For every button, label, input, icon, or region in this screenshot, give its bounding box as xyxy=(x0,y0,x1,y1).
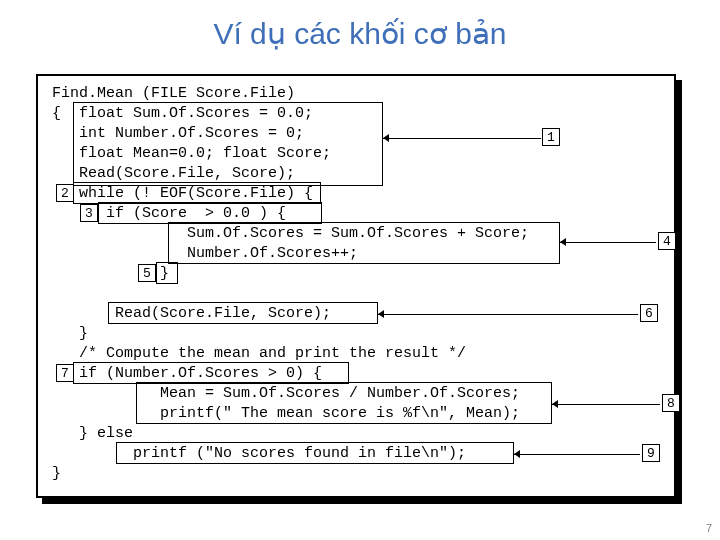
block-8-label: 8 xyxy=(662,394,680,412)
arrow-icon xyxy=(552,404,660,405)
block-4-label: 4 xyxy=(658,232,676,250)
block-4-box xyxy=(168,222,560,264)
arrowhead-icon xyxy=(560,238,566,246)
code-container: Find.Mean (FILE Score.File) { float Sum.… xyxy=(36,74,676,504)
block-7-label: 7 xyxy=(56,364,74,382)
arrowhead-icon xyxy=(383,134,389,142)
block-8-box xyxy=(136,382,552,424)
code-line: } else xyxy=(52,425,133,442)
arrow-icon xyxy=(378,314,638,315)
code-line: } xyxy=(52,465,61,482)
block-2-label: 2 xyxy=(56,184,74,202)
arrowhead-icon xyxy=(552,400,558,408)
code-line: Find.Mean (FILE Score.File) xyxy=(52,85,295,102)
block-9-box xyxy=(116,442,514,464)
arrow-icon xyxy=(560,242,656,243)
arrow-icon xyxy=(383,138,541,139)
block-6-label: 6 xyxy=(640,304,658,322)
block-1-label: 1 xyxy=(542,128,560,146)
block-5-box xyxy=(156,262,178,284)
block-7-box xyxy=(73,362,349,384)
block-9-label: 9 xyxy=(642,444,660,462)
block-5-label: 5 xyxy=(138,264,156,282)
block-2-box xyxy=(73,182,321,204)
block-1-box xyxy=(73,102,383,186)
arrow-icon xyxy=(514,454,640,455)
code-line: } xyxy=(52,325,88,342)
page-number: 7 xyxy=(706,522,712,534)
block-3-box xyxy=(98,202,322,224)
slide-title: Ví dụ các khối cơ bản xyxy=(0,0,720,63)
arrowhead-icon xyxy=(514,450,520,458)
block-6-box xyxy=(108,302,378,324)
arrowhead-icon xyxy=(378,310,384,318)
code-line: /* Compute the mean and print the result… xyxy=(52,345,466,362)
code-box: Find.Mean (FILE Score.File) { float Sum.… xyxy=(36,74,676,498)
block-3-label: 3 xyxy=(80,204,98,222)
